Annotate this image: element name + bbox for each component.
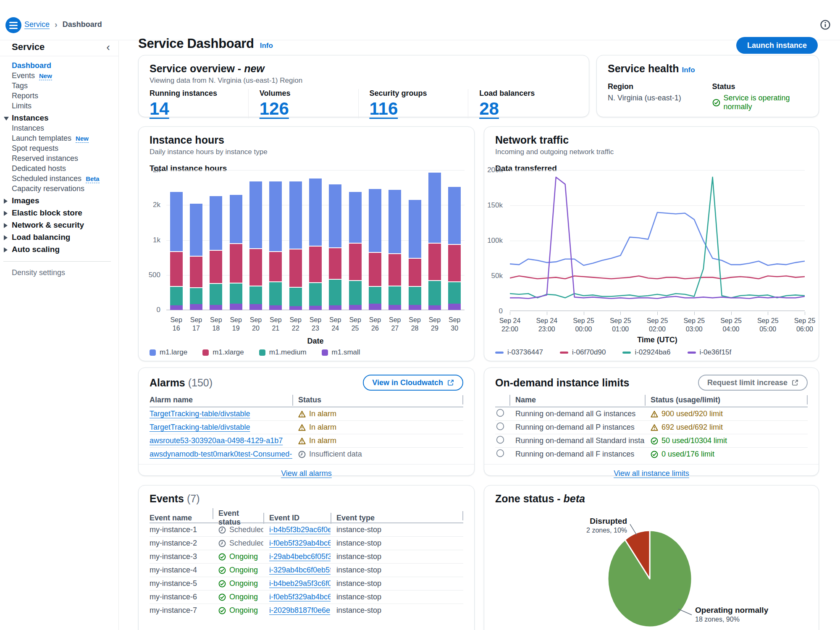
bar-sep-27 [388,189,401,310]
event-type-cell: instance-stop [331,539,463,548]
column-header-status[interactable]: Status [292,396,463,404]
event-id-link[interactable]: i-b4beb29a5f3c6f0 [269,579,331,588]
badge-new[interactable]: New [76,135,89,143]
sidebar-item-capacity-reservations[interactable]: Capacity reservations [0,184,118,194]
alarm-name-link[interactable]: awsdynamodb-test0mark0test-Consumed-read [150,450,292,458]
column-header-event-id[interactable]: Event ID [263,514,331,522]
bar-column-sep-20 [246,170,265,310]
column-header-name[interactable]: Name [509,396,645,404]
sidebar-item-reports[interactable]: Reports [0,91,118,101]
table-row: Running on-demand all Standard instances… [495,434,808,448]
clock-icon [218,540,226,547]
sidebar-item-dashboard[interactable]: Dashboard [0,60,118,71]
sidebar-collapse-icon[interactable]: ‹ [106,42,110,52]
warning-triangle-icon [298,437,306,445]
bar-x-axis: Sep16Sep17Sep18Sep19Sep20Sep21Sep22Sep23… [166,316,465,333]
metric-value-link[interactable]: 116 [370,99,398,118]
metric-value-link[interactable]: 14 [150,99,169,118]
status-text: 692 used/692 limit [662,423,723,432]
event-id-link[interactable]: i-b4b5f3b29ac6f0e [269,525,331,534]
badge-beta[interactable]: Beta [86,175,100,183]
metric-value-link[interactable]: 28 [479,99,499,118]
column-header-event-type[interactable]: Event type [331,514,463,522]
event-id-link[interactable]: i-f0eb5f329ab4bc6 [269,539,331,547]
bar-column-sep-17 [186,170,206,310]
radio-button[interactable] [496,422,504,430]
bar-segment-m1-xlarge [329,247,341,279]
view-all-alarms-link[interactable]: View all alarms [281,469,332,478]
radio-button[interactable] [496,436,504,444]
status-text: Ongoing [229,593,258,601]
metric-value-link[interactable]: 126 [260,99,289,118]
sidebar-item-instances[interactable]: Instances [0,123,118,133]
bar-column-sep-18 [206,170,226,310]
event-id-link[interactable]: i-f0eb5f329ab4bc6 [269,593,331,601]
sidebar-footer-divider [3,261,111,262]
bar-segment-m1-large [329,184,341,247]
service-health-info-link[interactable]: Info [682,66,695,74]
metric-label: Volumes [260,89,358,97]
view-all-instance-limits-link[interactable]: View all instance limits [614,469,689,478]
table-row: my-instance-4Ongoingi-329ab4bc6f0eb5fins… [150,564,463,577]
sidebar-item-spot-requests[interactable]: Spot requests [0,143,118,153]
region-value: N. Virginia (us-east-1) [608,94,712,102]
view-in-cloudwatch-button[interactable]: View in Cloudwatch [363,375,463,391]
check-circle-icon [651,451,658,458]
x-tick-label: Sep 2505:00 [748,317,788,333]
sidebar-item-reserved-instances[interactable]: Reserved instances [0,153,118,163]
launch-instance-button[interactable]: Launch instance [736,37,818,54]
sidebar-item-events[interactable]: EventsNew [0,71,118,81]
sidebar-item-network-security[interactable]: Network & security [0,220,118,230]
request-limit-increase-button[interactable]: Request limit increase [698,375,808,391]
sidebar-item-label: Dedicated hosts [12,164,66,173]
sidebar-item-scheduled-instances[interactable]: Scheduled instancesBeta [0,173,118,184]
select-cell [495,436,509,446]
bar-sep-21 [269,181,282,310]
status-text: Ongoing [229,552,258,561]
event-id-link[interactable]: i-2029b8187f0e6e [269,606,330,614]
column-header-event-name[interactable]: Event name [150,514,213,522]
sidebar-item-instances[interactable]: Instances [0,113,118,123]
bar-segment-m1-xlarge [409,258,421,286]
status-cell: In alarm [292,436,463,445]
instance-limits-card: On-demand instance limits Request limit … [484,368,819,476]
bar-sep-20 [249,181,262,310]
column-header-alarm-name[interactable]: Alarm name [150,396,292,404]
sidebar-item-dedicated-hosts[interactable]: Dedicated hosts [0,163,118,173]
table-row: awsroute53-303920aa-0498-4129-a1b7In ala… [150,434,463,448]
sidebar-item-load-balancing[interactable]: Load balancing [0,232,118,242]
metric-load-balancers: Load balancers28 [468,89,578,118]
breadcrumb-service-link[interactable]: Service [24,20,50,29]
radio-button[interactable] [496,409,504,417]
alarm-name-link[interactable]: TargetTracking-table/divstable [150,423,250,431]
bar-segment-m1-xlarge [349,243,362,280]
info-circle-icon[interactable] [820,19,831,32]
limit-name-cell: Running on-demand all F instances [509,450,645,459]
legend-item-m1-small: m1.small [322,348,360,357]
page-info-link[interactable]: Info [260,42,273,50]
bar-segment-m1-medium [249,286,262,304]
bar-segment-m1-medium [230,283,242,304]
bar-segment-m1-large [210,195,222,250]
event-id-link[interactable]: i-329ab4bc6f0eb5f [269,566,331,574]
status-cell: 900 used/920 limit [645,410,808,418]
sidebar-item-elastic-block-store[interactable]: Elastic block store [0,208,118,218]
sidebar-item-label: Reserved instances [12,154,78,163]
alarm-name-link[interactable]: TargetTracking-table/divstable [150,410,250,418]
badge-new[interactable]: New [39,72,52,80]
sidebar-item-density-settings[interactable]: Density settings [0,268,118,278]
event-id-cell: i-2029b8187f0e6e [263,606,331,615]
column-header-event-status[interactable]: Event status [213,509,263,527]
event-id-link[interactable]: i-29ab4bebc6f05f3 [269,552,331,561]
radio-button[interactable] [496,449,504,457]
legend-swatch [622,352,631,354]
alarm-name-link[interactable]: awsroute53-303920aa-0498-4129-a1b7 [150,436,283,445]
sidebar-item-auto-scaling[interactable]: Auto scaling [0,244,118,255]
sidebar-item-limits[interactable]: Limits [0,101,118,111]
column-header-status-usage[interactable]: Status (usage/limit) [645,396,808,404]
hamburger-menu-icon[interactable] [5,17,21,33]
sidebar-item-launch-templates[interactable]: Launch templatesNew [0,133,118,143]
sidebar-item-images[interactable]: Images [0,196,118,206]
sidebar-item-tags[interactable]: Tags [0,81,118,91]
breadcrumb-chevron-icon: › [55,20,58,29]
